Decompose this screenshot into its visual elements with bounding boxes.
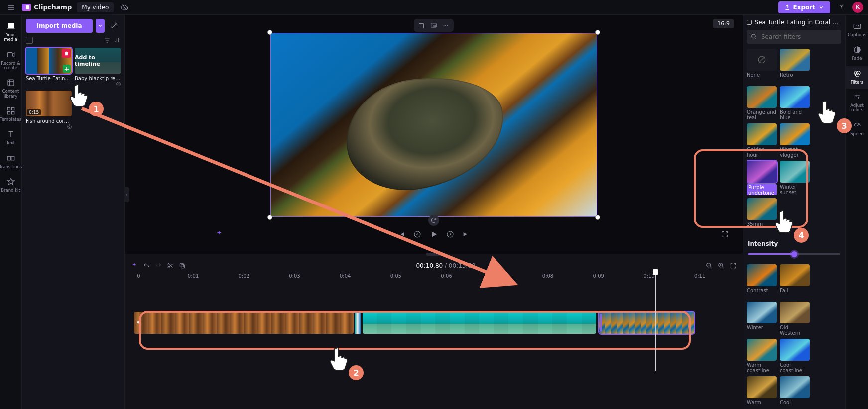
ruler-tick: 0 <box>137 273 140 279</box>
select-all-checkbox[interactable] <box>26 37 33 44</box>
timeline-ruler[interactable]: 00:010:020:030:040:050:060:070:080:090:1… <box>131 273 737 281</box>
filter-option[interactable]: Warm countryside <box>747 376 777 405</box>
preview-toolbar <box>414 19 454 32</box>
filter-option[interactable]: Vibrant vlogger <box>780 123 810 158</box>
undo-icon[interactable] <box>143 262 150 269</box>
media-item[interactable]: 0:15Fish around coral re…ⓒ <box>26 91 72 130</box>
filter-option[interactable]: Purple undertone <box>747 161 777 195</box>
more-icon[interactable] <box>441 21 451 30</box>
play-icon[interactable] <box>429 230 438 239</box>
media-item[interactable]: +Sea Turtle Eating i… <box>26 48 72 88</box>
pip-icon[interactable] <box>429 21 439 30</box>
rnav-adjust-colors[interactable]: Adjust colors <box>846 90 868 117</box>
hamburger-menu[interactable] <box>5 1 17 13</box>
copy-icon[interactable] <box>179 262 186 269</box>
resize-handle-tr[interactable] <box>595 30 600 35</box>
search-input[interactable] <box>760 33 837 41</box>
export-label: Export <box>793 4 815 11</box>
filter-option[interactable]: Winter <box>747 302 777 336</box>
nav-record-create[interactable]: Record & create <box>0 47 22 75</box>
resize-handle-tl[interactable] <box>267 30 272 35</box>
ruler-tick: 0:02 <box>239 273 249 279</box>
playhead[interactable] <box>655 273 656 371</box>
filter-label: Warm coastline <box>747 362 777 373</box>
filter-icon[interactable] <box>104 37 111 44</box>
filter-option[interactable]: Cool coastline <box>780 339 810 373</box>
avatar[interactable]: K <box>852 2 863 13</box>
tl-ai-icon[interactable] <box>131 262 138 269</box>
filter-option[interactable]: Winter sunset <box>780 161 810 195</box>
media-item[interactable]: Add to timelineBaby blacktip reef s…ⓒ <box>75 48 121 88</box>
nav-your-media[interactable]: Your media <box>0 19 22 46</box>
split-icon[interactable] <box>167 262 174 269</box>
forward-icon[interactable] <box>446 230 454 238</box>
preview-canvas[interactable] <box>270 33 597 217</box>
search-filters[interactable] <box>747 30 841 44</box>
filter-option[interactable]: Fall <box>780 264 810 299</box>
project-name[interactable]: My video <box>77 2 114 12</box>
cloud-sync-off-icon[interactable] <box>119 1 130 13</box>
filter-option[interactable]: Cool countryside <box>780 376 810 405</box>
svg-rect-5 <box>11 112 14 114</box>
skip-fwd-icon[interactable] <box>462 230 470 238</box>
nav-transitions[interactable]: Transitions <box>0 151 22 173</box>
zoom-in-icon[interactable] <box>718 262 725 269</box>
panel-collapse-handle[interactable]: ‹ <box>124 187 129 202</box>
filter-option[interactable]: Retro <box>780 49 810 83</box>
clip-handle[interactable] <box>600 314 602 332</box>
timeline-clip[interactable] <box>134 312 354 334</box>
timeline-resize-handle[interactable] <box>426 253 441 256</box>
skip-back-icon[interactable] <box>397 230 405 238</box>
help-button[interactable]: ? <box>835 1 847 13</box>
filter-option[interactable]: None <box>747 49 777 83</box>
resize-handle-bl[interactable] <box>267 215 272 220</box>
ai-sparkle-icon[interactable] <box>215 230 224 239</box>
nav-content-library[interactable]: Content library <box>0 75 22 102</box>
filter-label: Fall <box>780 288 810 299</box>
ai-wand-icon[interactable] <box>108 19 121 33</box>
rnav-speed[interactable]: Speed <box>846 118 868 140</box>
media-thumb[interactable]: 0:15 <box>26 91 72 116</box>
filter-option[interactable]: Orange and teal <box>747 86 777 120</box>
timeline-clip[interactable] <box>363 312 596 334</box>
transition-marker[interactable] <box>355 312 361 334</box>
rewind-icon[interactable] <box>413 230 421 238</box>
filter-option[interactable]: 35mm <box>747 198 777 232</box>
nav-brand-kit[interactable]: Brand kit <box>0 174 22 197</box>
redo-icon[interactable] <box>155 262 162 269</box>
media-thumb[interactable]: + <box>26 48 72 74</box>
zoom-out-icon[interactable] <box>706 262 713 269</box>
crop-icon[interactable] <box>417 21 427 30</box>
delete-icon[interactable] <box>62 49 71 58</box>
clip-audio-icon[interactable] <box>136 319 143 326</box>
sort-icon[interactable] <box>114 37 121 44</box>
filter-thumb <box>747 123 777 145</box>
filter-option[interactable]: Bold and blue <box>780 86 810 120</box>
filter-option[interactable]: Contrast <box>747 264 777 299</box>
rnav-fade[interactable]: Fade <box>846 42 868 65</box>
aspect-ratio-badge[interactable]: 16:9 <box>713 19 734 28</box>
rotate-handle-icon[interactable] <box>428 215 439 226</box>
filter-option[interactable]: Golden hour <box>747 123 777 158</box>
resize-handle-br[interactable] <box>595 215 600 220</box>
svg-point-21 <box>752 34 756 38</box>
rnav-filters[interactable]: Filters <box>846 66 868 89</box>
zoom-fit-icon[interactable] <box>730 262 737 269</box>
filter-option[interactable]: Old Western <box>780 302 810 336</box>
filter-option[interactable]: Warm coastline <box>747 339 777 373</box>
nav-text[interactable]: Text <box>0 127 22 149</box>
app-name: Clipchamp <box>34 3 72 11</box>
timeline-tracks[interactable] <box>131 308 737 338</box>
add-to-timeline-icon[interactable]: + <box>63 65 71 73</box>
fullscreen-icon[interactable] <box>721 230 729 238</box>
panel-title: Sea Turtle Eating in Coral Reef <box>747 19 841 26</box>
right-nav-rail: Captions Fade Filters Adjust colors Spee… <box>845 15 868 409</box>
import-dropdown[interactable] <box>96 19 105 33</box>
intensity-slider[interactable] <box>748 250 840 257</box>
nav-templates[interactable]: Templates <box>0 103 22 126</box>
import-media-button[interactable]: Import media <box>26 19 93 33</box>
export-button[interactable]: Export <box>778 1 830 13</box>
timeline-clip[interactable] <box>599 312 694 334</box>
rnav-captions[interactable]: Captions <box>846 19 868 41</box>
media-thumb[interactable]: Add to timeline <box>75 48 121 74</box>
